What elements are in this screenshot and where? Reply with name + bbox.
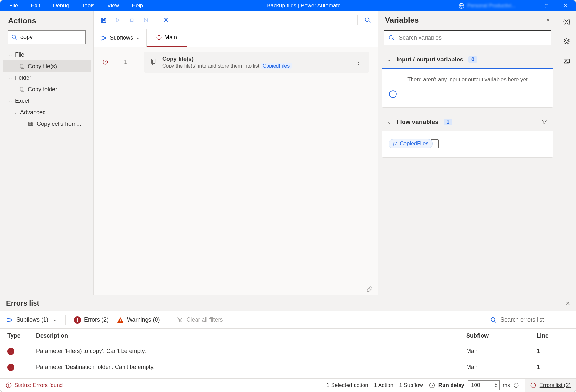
- error-icon: [156, 35, 162, 40]
- rail-variables-button[interactable]: {x}: [561, 16, 572, 27]
- flow-variables-header[interactable]: ⌄ Flow variables 1: [382, 113, 553, 131]
- chevron-down-icon: ⌄: [8, 76, 12, 80]
- save-button[interactable]: [98, 14, 110, 26]
- info-icon[interactable]: [513, 382, 519, 388]
- titlebar: File Edit Debug Tools View Help Backup f…: [0, 0, 576, 11]
- rail-images-button[interactable]: [561, 55, 572, 67]
- flow-variables-label: Flow variables: [396, 118, 438, 125]
- search-icon: [490, 317, 497, 323]
- run-delay-unit: ms: [503, 382, 510, 388]
- tree-item-label: Copy folder: [28, 86, 57, 93]
- excel-icon: [28, 121, 34, 127]
- svg-rect-4: [29, 122, 33, 126]
- menu-tools[interactable]: Tools: [76, 0, 101, 11]
- run-button[interactable]: [112, 14, 124, 26]
- clear-filters-label: Clear all filters: [186, 316, 223, 323]
- variables-search-input[interactable]: [399, 35, 547, 41]
- tree-subgroup-advanced[interactable]: ⌄ Advanced: [3, 107, 91, 118]
- eraser-button[interactable]: [366, 285, 373, 292]
- variables-panel: Variables ✕ ⌄ Input / output variables 0…: [378, 11, 557, 295]
- tree-group-file[interactable]: ⌄ File: [3, 49, 91, 60]
- filter-icon[interactable]: [541, 119, 548, 125]
- actions-search-input[interactable]: [20, 34, 95, 41]
- stop-button[interactable]: [126, 14, 138, 26]
- search-toolbar-button[interactable]: [362, 14, 374, 26]
- svg-point-8: [365, 18, 369, 21]
- spinner-buttons[interactable]: ▲▼: [494, 382, 497, 388]
- tab-main[interactable]: Main: [147, 29, 187, 47]
- tree-item-copy-cells[interactable]: Copy cells from...: [3, 118, 91, 130]
- svg-point-1: [12, 35, 16, 38]
- warnings-filter[interactable]: Warnings (0): [117, 316, 160, 324]
- close-panel-button[interactable]: ✕: [546, 17, 550, 23]
- right-rail: {x}: [557, 11, 576, 295]
- record-button[interactable]: [160, 14, 172, 26]
- col-description[interactable]: Description: [36, 332, 466, 339]
- add-variable-button[interactable]: [389, 90, 546, 98]
- errors-search[interactable]: Search errors list: [486, 314, 569, 326]
- run-delay-value: 100: [471, 382, 480, 388]
- errors-subflows-filter[interactable]: Subflows (1) ⌄: [7, 316, 57, 323]
- io-variables-count: 0: [468, 56, 477, 63]
- error-icon: !: [74, 316, 81, 324]
- flow-area[interactable]: Copy file(s) Copy the file(s) into and s…: [135, 47, 378, 295]
- action-copy-files[interactable]: Copy file(s) Copy the file(s) into and s…: [144, 52, 369, 73]
- tree-group-label: Folder: [15, 75, 31, 81]
- close-errors-button[interactable]: ✕: [566, 300, 570, 307]
- run-delay-control: Run delay 100 ▲▼ ms: [429, 380, 519, 390]
- col-type[interactable]: Type: [7, 332, 36, 339]
- menu-help[interactable]: Help: [125, 0, 149, 11]
- menu-debug[interactable]: Debug: [47, 0, 76, 11]
- run-delay-input[interactable]: 100 ▲▼: [468, 380, 500, 390]
- actions-search[interactable]: ✕: [8, 30, 86, 44]
- errors-link-label[interactable]: Errors list (2): [540, 382, 571, 388]
- subflows-dropdown[interactable]: Subflows ⌄: [94, 29, 147, 47]
- menu-view[interactable]: View: [101, 0, 126, 11]
- actions-panel: Actions ✕ ⌄ File Copy file(s): [0, 11, 94, 295]
- svg-point-19: [8, 318, 9, 319]
- main-menu: File Edit Debug Tools View Help: [3, 0, 149, 11]
- separator: [156, 15, 156, 25]
- errors-label: Errors (2): [84, 316, 108, 323]
- menu-file[interactable]: File: [3, 0, 24, 11]
- actions-title: Actions: [0, 11, 93, 30]
- status-subflows: 1 Subflow: [399, 382, 423, 388]
- svg-rect-5: [131, 19, 133, 21]
- tree-item-copy-files[interactable]: Copy file(s): [3, 60, 91, 72]
- flow-variable-chip[interactable]: {x} CopiedFiles: [389, 139, 433, 148]
- clear-filters-button[interactable]: Clear all filters: [177, 316, 223, 323]
- action-more-button[interactable]: ⋮: [353, 58, 364, 66]
- col-subflow[interactable]: Subflow: [466, 332, 537, 339]
- io-variables-header[interactable]: ⌄ Input / output variables 0: [382, 51, 553, 69]
- tree-group-folder[interactable]: ⌄ Folder: [3, 72, 91, 84]
- search-icon: [388, 35, 395, 41]
- variables-search[interactable]: [384, 30, 551, 45]
- line-error-icon[interactable]: [102, 59, 108, 65]
- variable-chip[interactable]: CopiedFiles: [261, 63, 292, 69]
- error-row[interactable]: ! Parameter 'Destination folder': Can't …: [0, 359, 576, 375]
- tree-group-excel[interactable]: ⌄ Excel: [3, 95, 91, 107]
- step-button[interactable]: [140, 14, 152, 26]
- rail-ui-elements-button[interactable]: [561, 36, 572, 47]
- chevron-down-icon: ⌄: [8, 99, 12, 103]
- tree-item-copy-folder[interactable]: Copy folder: [3, 84, 91, 95]
- maximize-button[interactable]: ▢: [539, 0, 554, 11]
- errors-toolbar: Subflows (1) ⌄ ! Errors (2) Warnings (0)…: [0, 311, 576, 329]
- close-button[interactable]: ✕: [558, 0, 573, 11]
- status-errors-link[interactable]: Errors list (2): [525, 379, 576, 392]
- environment-badge[interactable]: Personal Productivi...: [458, 3, 516, 9]
- warnings-label: Warnings (0): [127, 316, 160, 323]
- chevron-down-icon: ⌄: [136, 36, 140, 40]
- menu-edit[interactable]: Edit: [24, 0, 46, 11]
- action-title: Copy file(s): [162, 56, 349, 62]
- errors-filter[interactable]: ! Errors (2): [74, 316, 108, 324]
- line-number: 1: [124, 59, 127, 66]
- col-line[interactable]: Line: [537, 332, 569, 339]
- minimize-button[interactable]: ―: [520, 0, 535, 11]
- svg-point-23: [491, 317, 495, 321]
- error-icon: !: [7, 364, 14, 371]
- line-gutter: 1: [94, 47, 135, 295]
- status-actions: 1 Action: [374, 382, 394, 388]
- error-row[interactable]: ! Parameter 'File(s) to copy': Can't be …: [0, 343, 576, 359]
- tree-group-label: File: [15, 52, 24, 58]
